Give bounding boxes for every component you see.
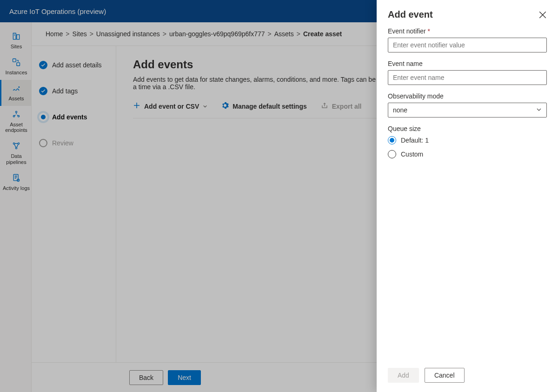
select-value: none — [393, 106, 407, 114]
event-name-label: Event name — [388, 60, 547, 67]
add-button: Add — [388, 368, 419, 383]
close-icon — [538, 11, 547, 19]
cancel-button[interactable]: Cancel — [425, 368, 465, 383]
flyout-title: Add event — [388, 9, 433, 20]
radio-icon — [388, 150, 396, 158]
radio-label: Custom — [401, 150, 423, 158]
queue-size-label: Queue size — [388, 125, 547, 132]
required-marker: * — [428, 27, 430, 35]
chevron-down-icon — [536, 106, 542, 114]
event-name-input[interactable] — [388, 70, 547, 85]
queue-custom-radio[interactable]: Custom — [388, 150, 547, 158]
radio-icon — [388, 136, 396, 144]
queue-default-radio[interactable]: Default: 1 — [388, 136, 547, 144]
observability-mode-label: Observability mode — [388, 92, 547, 100]
queue-size-radio-group: Default: 1 Custom — [388, 136, 547, 158]
event-notifier-input[interactable] — [388, 38, 547, 52]
add-event-flyout: Add event Event notifier * Event name Ob… — [377, 0, 558, 392]
event-notifier-label: Event notifier * — [388, 27, 547, 35]
radio-label: Default: 1 — [401, 137, 429, 144]
close-button[interactable] — [538, 11, 547, 19]
observability-mode-select[interactable]: none — [388, 103, 547, 118]
